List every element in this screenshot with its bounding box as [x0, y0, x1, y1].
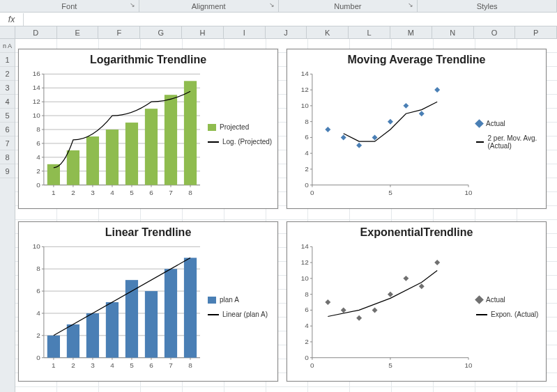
- legend-label: Projected: [220, 123, 249, 131]
- svg-rect-101: [125, 280, 138, 358]
- legend-label: Log. (Projected): [222, 138, 272, 146]
- worksheet-grid: n A 1 2 3 4 5 6 7 8 9 Logarithmic Trendl…: [0, 39, 557, 392]
- svg-text:8: 8: [188, 361, 192, 369]
- svg-rect-36: [184, 81, 197, 185]
- svg-rect-33: [125, 123, 138, 185]
- svg-text:3: 3: [91, 189, 95, 196]
- svg-text:8: 8: [305, 290, 309, 298]
- chart-logarithmic[interactable]: Logarithmic Trendline 024681012141612345…: [18, 49, 278, 209]
- chart-moving-average[interactable]: Moving Average Trendline 024681012140510…: [287, 49, 547, 209]
- ribbon-group-label: Number: [334, 2, 361, 10]
- dialog-launcher-icon[interactable]: ↘: [269, 1, 276, 8]
- ribbon-group-font: Font ↘: [0, 0, 139, 12]
- formula-input[interactable]: [24, 13, 557, 26]
- svg-text:8: 8: [36, 125, 40, 133]
- svg-text:8: 8: [305, 118, 309, 125]
- svg-text:6: 6: [149, 189, 153, 196]
- legend-item: plan A: [208, 296, 273, 304]
- svg-text:0: 0: [310, 361, 314, 369]
- chart-exponential[interactable]: ExponentialTrendline 024681012140510 Act…: [287, 221, 547, 382]
- column-header[interactable]: F: [98, 26, 140, 38]
- svg-rect-102: [145, 291, 158, 358]
- fx-icon[interactable]: fx: [0, 13, 24, 26]
- chart-title: Logarithmic Trendline: [19, 49, 277, 68]
- svg-text:10: 10: [464, 189, 472, 196]
- dialog-launcher-icon[interactable]: ↘: [130, 1, 137, 8]
- svg-text:4: 4: [305, 149, 309, 157]
- svg-rect-31: [86, 136, 99, 185]
- svg-text:8: 8: [36, 265, 40, 272]
- svg-text:7: 7: [169, 189, 173, 196]
- row-header[interactable]: 6: [0, 123, 15, 136]
- plot-area: 024681012345678: [23, 240, 204, 374]
- svg-text:10: 10: [33, 111, 41, 119]
- column-header[interactable]: O: [474, 26, 516, 38]
- svg-rect-100: [106, 302, 119, 358]
- svg-text:6: 6: [36, 287, 40, 295]
- svg-text:4: 4: [36, 153, 40, 161]
- svg-text:2: 2: [71, 189, 75, 196]
- svg-text:1: 1: [52, 361, 56, 369]
- column-header[interactable]: P: [515, 26, 557, 38]
- svg-text:12: 12: [33, 97, 41, 105]
- svg-text:0: 0: [310, 189, 314, 196]
- svg-text:2: 2: [305, 338, 309, 345]
- svg-text:10: 10: [33, 242, 41, 250]
- svg-text:5: 5: [388, 189, 392, 196]
- row-header[interactable]: 4: [0, 95, 15, 109]
- legend-swatch-icon: [475, 119, 484, 128]
- svg-text:6: 6: [305, 133, 309, 141]
- column-header[interactable]: H: [182, 26, 224, 38]
- legend-label: Linear (plan A): [222, 311, 268, 318]
- dialog-launcher-icon[interactable]: ↘: [408, 1, 415, 8]
- row-header[interactable]: 8: [0, 150, 15, 164]
- row-header[interactable]: 9: [0, 164, 15, 178]
- column-header[interactable]: E: [57, 26, 99, 38]
- row-header[interactable]: 7: [0, 136, 15, 150]
- svg-text:2: 2: [305, 165, 309, 173]
- svg-rect-104: [184, 258, 197, 357]
- column-header[interactable]: D: [15, 26, 57, 38]
- column-header[interactable]: K: [307, 26, 349, 38]
- svg-rect-35: [165, 95, 177, 185]
- chart-title: Linear Trendline: [19, 222, 277, 240]
- svg-text:10: 10: [464, 361, 472, 369]
- chart-legend: plan A Linear (plan A): [204, 240, 273, 374]
- column-header[interactable]: L: [349, 26, 390, 38]
- cells-area[interactable]: Logarithmic Trendline 024681012141612345…: [15, 39, 557, 392]
- legend-label: plan A: [220, 296, 239, 304]
- svg-text:5: 5: [130, 361, 134, 369]
- legend-swatch-icon: [208, 297, 216, 304]
- svg-text:4: 4: [110, 189, 114, 196]
- svg-rect-98: [67, 324, 79, 358]
- plot-area: 024681012140510: [291, 68, 472, 201]
- column-header[interactable]: G: [140, 26, 182, 38]
- row-header[interactable]: 3: [0, 81, 15, 95]
- legend-item: Projected: [208, 123, 273, 131]
- ribbon-group-styles: Styles: [418, 0, 557, 12]
- column-header[interactable]: J: [266, 26, 307, 38]
- chart-title: ExponentialTrendline: [287, 222, 546, 240]
- chart-legend: Actual 2 per. Mov. Avg. (Actual): [472, 68, 542, 201]
- chart-linear[interactable]: Linear Trendline 024681012345678 plan A …: [18, 221, 278, 382]
- chart-legend: Actual Expon. (Actual): [472, 240, 542, 374]
- svg-text:6: 6: [36, 139, 40, 147]
- svg-text:10: 10: [301, 274, 310, 282]
- column-header[interactable]: N: [432, 26, 474, 38]
- row-header[interactable]: n A: [0, 39, 15, 53]
- column-header[interactable]: I: [224, 26, 266, 38]
- column-header[interactable]: M: [390, 26, 432, 38]
- row-header[interactable]: 1: [0, 53, 15, 67]
- chart-legend: Projected Log. (Projected): [204, 68, 273, 201]
- svg-text:10: 10: [301, 102, 310, 109]
- svg-rect-103: [165, 269, 177, 358]
- row-header[interactable]: 5: [0, 109, 15, 123]
- select-all-corner[interactable]: [0, 26, 15, 38]
- svg-text:2: 2: [36, 167, 40, 175]
- row-header[interactable]: 2: [0, 67, 15, 81]
- svg-text:4: 4: [110, 361, 114, 369]
- plot-area: 024681012141612345678: [23, 68, 204, 201]
- row-headers: n A 1 2 3 4 5 6 7 8 9: [0, 39, 15, 392]
- svg-text:8: 8: [188, 189, 192, 196]
- svg-rect-97: [47, 336, 60, 358]
